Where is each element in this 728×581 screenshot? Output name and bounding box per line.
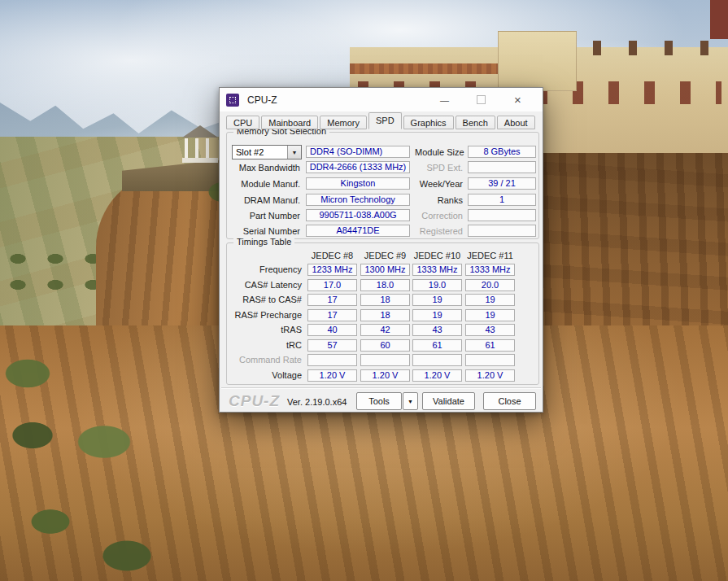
timings-table-group: Timings Table JEDEC #8 JEDEC #9 JEDEC #1… — [226, 242, 539, 385]
ras-precharge-label: RAS# Precharge — [227, 309, 302, 321]
serial-number-label: Serial Number — [227, 225, 300, 238]
ranks-field: 1 — [468, 194, 536, 206]
group-label: Timings Table — [233, 237, 294, 247]
timing-cell: 19 — [412, 294, 462, 306]
scenery-corner-chimney — [710, 0, 728, 39]
module-type-field: DDR4 (SO-DIMM) — [306, 146, 410, 158]
dram-manuf-label: DRAM Manuf. — [227, 194, 300, 207]
tab-spd[interactable]: SPD — [368, 112, 402, 129]
module-manuf-label: Module Manuf. — [227, 178, 300, 190]
ras-to-cas-label: RAS# to CAS# — [227, 294, 302, 306]
cpuz-app-icon — [226, 94, 239, 107]
maximize-icon — [477, 95, 486, 104]
cpuz-window: CPU-Z — × CPU Mainboard Memory SPD Graph… — [219, 87, 543, 413]
command-rate-label: Command Rate — [227, 354, 302, 366]
column-header-jedec11: JEDEC #11 — [465, 250, 515, 261]
cpuz-logo: CPU-Z — [229, 392, 280, 410]
footer-divider — [221, 387, 541, 389]
scenery-vegetation — [0, 338, 220, 581]
module-size-label: Module Size — [415, 146, 463, 159]
part-number-field: 9905711-038.A00G — [306, 209, 410, 221]
correction-field — [468, 209, 536, 221]
timing-cell: 43 — [465, 324, 515, 336]
memory-slot-select[interactable]: Slot #2 ▼ — [232, 145, 302, 159]
trc-label: tRC — [227, 339, 302, 352]
timing-cell: 1.20 V — [412, 369, 462, 382]
module-manuf-field: Kingston — [306, 177, 410, 190]
module-size-field: 8 GBytes — [468, 146, 536, 158]
scenery-gazebo-roof — [182, 125, 218, 138]
tab-cpu[interactable]: CPU — [226, 116, 259, 129]
timing-cell: 19 — [412, 309, 462, 321]
close-icon: × — [514, 93, 521, 107]
timing-cell: 17 — [307, 309, 357, 321]
timing-cell: 19 — [465, 309, 515, 321]
registered-field — [468, 225, 536, 237]
maximize-button — [463, 89, 499, 111]
dram-manuf-field: Micron Technology — [306, 194, 410, 206]
frequency-label: Frequency — [227, 264, 302, 276]
tab-mainboard[interactable]: Mainboard — [261, 116, 318, 129]
scenery-chimneys — [557, 41, 728, 55]
timing-cell: 1333 MHz — [465, 264, 515, 276]
timing-cell: 61 — [465, 339, 515, 352]
timing-cell — [412, 354, 462, 366]
registered-label: Registered — [415, 225, 463, 238]
window-title: CPU-Z — [247, 94, 277, 106]
timing-cell: 1.20 V — [465, 369, 515, 382]
scenery-gazebo — [181, 125, 220, 169]
tab-bench[interactable]: Bench — [456, 116, 495, 129]
tab-bar: CPU Mainboard Memory SPD Graphics Bench … — [226, 112, 537, 129]
chevron-down-icon[interactable]: ▼ — [287, 146, 301, 159]
timing-cell: 17 — [307, 294, 357, 306]
column-header-jedec10: JEDEC #10 — [412, 250, 462, 261]
max-bandwidth-field: DDR4-2666 (1333 MHz) — [306, 161, 410, 173]
timing-cell: 1233 MHz — [307, 264, 357, 276]
timing-cell: 19 — [465, 294, 515, 306]
close-button[interactable]: × — [499, 89, 536, 111]
timing-cell — [360, 354, 410, 366]
week-year-field: 39 / 21 — [468, 177, 536, 190]
timing-cell — [465, 354, 515, 366]
titlebar[interactable]: CPU-Z — × — [220, 88, 543, 111]
tab-graphics[interactable]: Graphics — [403, 116, 454, 129]
timing-cell — [307, 354, 357, 366]
timing-cell: 18.0 — [360, 279, 410, 291]
column-header-jedec9: JEDEC #9 — [360, 250, 410, 261]
timing-cell: 18 — [360, 294, 410, 306]
serial-number-field: A84471DE — [306, 225, 410, 237]
scenery-tower — [498, 31, 577, 91]
timing-cell: 60 — [360, 339, 410, 352]
scenery-gazebo-pillars — [185, 138, 216, 158]
minimize-icon: — — [440, 95, 449, 105]
tras-label: tRAS — [227, 324, 302, 336]
tab-about[interactable]: About — [497, 116, 535, 129]
memory-slot-selected-value: Slot #2 — [233, 146, 287, 159]
ranks-label: Ranks — [415, 194, 463, 207]
max-bandwidth-label: Max Bandwidth — [227, 162, 300, 174]
timing-cell: 57 — [307, 339, 357, 352]
tab-memory[interactable]: Memory — [320, 116, 367, 129]
timing-cell: 1.20 V — [360, 369, 410, 382]
version-text: Ver. 2.19.0.x64 — [287, 397, 347, 407]
timing-cell: 1300 MHz — [360, 264, 410, 276]
timing-cell: 1333 MHz — [412, 264, 462, 276]
week-year-label: Week/Year — [415, 178, 463, 190]
minimize-button[interactable]: — — [426, 89, 463, 111]
column-header-jedec8: JEDEC #8 — [307, 250, 357, 261]
spd-ext-field — [468, 161, 536, 173]
correction-label: Correction — [415, 210, 463, 222]
timing-cell: 61 — [412, 339, 462, 352]
tools-button[interactable]: Tools — [356, 392, 402, 410]
window-controls: — × — [426, 88, 536, 111]
voltage-label: Voltage — [227, 369, 302, 382]
timing-cell: 42 — [360, 324, 410, 336]
timing-cell: 17.0 — [307, 279, 357, 291]
spd-ext-label: SPD Ext. — [415, 162, 463, 174]
timing-cell: 19.0 — [412, 279, 462, 291]
close-dialog-button[interactable]: Close — [483, 392, 536, 410]
timing-cell: 43 — [412, 324, 462, 336]
timing-cell: 18 — [360, 309, 410, 321]
tools-dropdown-button[interactable]: ▼ — [403, 392, 418, 410]
validate-button[interactable]: Validate — [422, 392, 475, 410]
